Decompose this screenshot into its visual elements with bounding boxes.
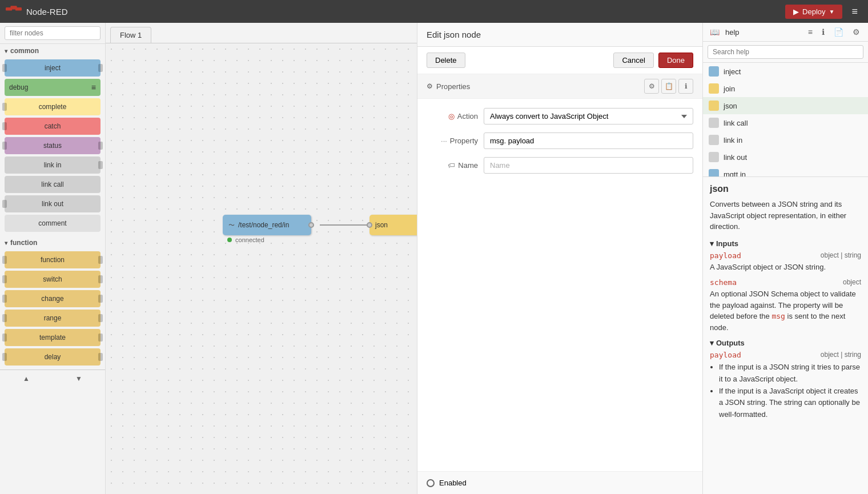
category-common-header[interactable]: ▾ common [0,44,105,58]
help-output-payload: payload object | string If the input is … [710,351,861,421]
form-label-property: ··· Property [427,136,478,145]
sidebar-bottom: ▲ ▼ [0,370,105,387]
enabled-indicator [427,479,435,487]
props-settings-icon[interactable]: ⚙ [644,79,659,94]
rp-tab-list[interactable]: ≡ [805,25,816,39]
schema-prop-desc: An optional JSON Schema object to valida… [710,288,861,333]
edit-delete-button[interactable]: Delete [427,53,465,68]
property-input[interactable] [484,132,693,149]
deploy-button[interactable]: ▶ Deploy ▼ [785,5,842,19]
link-out-node-icon [709,152,719,162]
right-panel-tabs: 📖 help ≡ ℹ 📄 ⚙ [703,23,868,42]
list-item-inject-label: inject [724,67,741,76]
sidebar-nav-down[interactable]: ▼ [71,372,87,385]
props-export-icon[interactable]: 📋 [661,79,676,94]
enabled-label: Enabled [439,479,467,487]
help-outputs-title[interactable]: ▾ Outputs [710,339,861,347]
category-function-header[interactable]: ▾ function [0,236,105,250]
output-bullet-1: If the input is a JSON string it tries t… [719,362,861,385]
payload-prop-type: object | string [821,251,861,259]
action-label-text: Action [457,112,478,121]
port-left [2,295,7,303]
list-item-inject[interactable]: inject [703,63,868,80]
edit-props-header: ⚙ Properties ⚙ 📋 ℹ [417,74,702,99]
properties-text: Properties [436,82,470,91]
node-inject-label: inject [45,64,61,72]
edit-panel: Edit json node Delete Cancel Done ⚙ Prop… [417,23,702,494]
json-port-in [367,222,372,228]
name-tag-icon: 🏷 [448,161,455,170]
svg-rect-2 [15,7,22,11]
list-item-mqtt-in[interactable]: mqtt in [703,166,868,177]
node-inject[interactable]: inject [5,59,101,77]
node-change[interactable]: change [5,290,101,307]
form-row-action: ◎ Action Always convert to JavaScript Ob… [427,108,693,124]
node-template[interactable]: template [5,329,101,346]
node-change-label: change [41,295,63,303]
join-node-icon [709,83,719,94]
port-left [2,256,7,264]
mqtt-sub-label: connected [235,236,264,243]
sidebar-nav-up[interactable]: ▲ [18,372,34,385]
common-node-list: inject debug ≡ complete catch stat [0,58,105,234]
edit-form: ◎ Action Always convert to JavaScript Ob… [417,99,702,183]
edit-done-button[interactable]: Done [658,53,693,68]
node-function[interactable]: function [5,251,101,268]
canvas-node-mqtt[interactable]: 〜 /test/node_red/in connected [223,215,311,235]
port-left [2,353,7,361]
deploy-label: Deploy [802,7,825,16]
list-item-join[interactable]: join [703,80,868,97]
name-input[interactable] [484,157,693,174]
output-payload-name: payload [710,351,741,359]
rp-tab-docs[interactable]: 📄 [830,25,847,39]
canvas-node-json[interactable]: json [369,215,417,235]
schema-prop-name: schema [710,278,737,287]
node-catch-label: catch [45,122,61,130]
filter-nodes-input[interactable] [5,26,101,40]
node-status[interactable]: status [5,137,101,154]
list-item-link-in[interactable]: link in [703,131,868,148]
help-search-input[interactable] [708,45,863,59]
list-item-link-call[interactable]: link call [703,114,868,131]
rp-tab-settings[interactable]: ⚙ [849,25,863,39]
node-catch[interactable]: catch [5,118,101,135]
node-complete[interactable]: complete [5,98,101,115]
name-label-text: Name [458,161,478,170]
list-item-json[interactable]: json [703,97,868,114]
canvas-node-json-label: json [375,221,388,229]
node-delay[interactable]: delay [5,348,101,366]
list-item-link-out[interactable]: link out [703,148,868,166]
deploy-dropdown-arrow: ▼ [829,9,835,15]
edit-cancel-button[interactable]: Cancel [613,53,653,68]
tab-flow1[interactable]: Flow 1 [110,27,151,43]
node-range[interactable]: range [5,310,101,327]
node-link-call[interactable]: link call [5,176,101,193]
node-comment[interactable]: comment [5,215,101,232]
node-status-label: status [43,142,62,150]
action-select[interactable]: Always convert to JavaScript Object Conv… [484,108,693,124]
json-node-icon [709,101,719,111]
port-left [2,334,7,342]
node-link-in[interactable]: link in [5,156,101,174]
right-panel-title: help [723,23,742,41]
port-left [2,314,7,322]
list-item-link-call-label: link call [724,119,748,127]
node-link-out[interactable]: link out [5,195,101,212]
chevron-down-icon: ▾ [5,240,7,246]
edit-panel-footer: Enabled [417,471,702,494]
node-debug[interactable]: debug ≡ [5,79,101,96]
flow-canvas[interactable]: 〜 /test/node_red/in connected json [106,43,417,494]
properties-icons: ⚙ 📋 ℹ [644,79,693,94]
edit-panel-header: Edit json node [417,23,702,47]
rp-tab-info[interactable]: ℹ [818,25,828,39]
logo-icon [6,6,22,17]
port-right [98,64,103,72]
main-menu-button[interactable]: ≡ [847,3,862,20]
main-layout: ▾ common inject debug ≡ complete [0,23,868,494]
help-inputs-title[interactable]: ▾ Inputs [710,239,861,248]
port-right [98,256,103,264]
props-info-icon[interactable]: ℹ [678,79,693,94]
node-switch[interactable]: switch [5,271,101,288]
outputs-title-text: Outputs [716,339,745,347]
node-template-label: template [39,334,66,342]
